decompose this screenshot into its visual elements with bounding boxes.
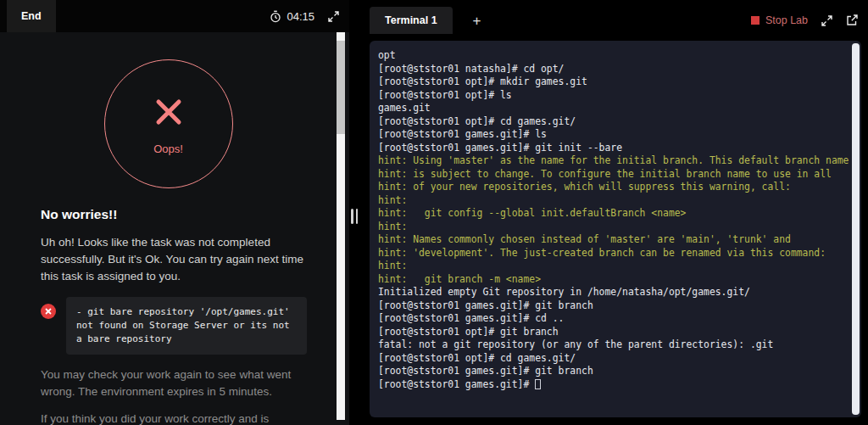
terminal-line: hint: 'development'. The just-created br… [378,247,849,260]
terminal-line: games.git [378,102,849,115]
terminal-line: hint: Names commonly chosen instead of '… [378,233,849,247]
open-in-new-window-button[interactable] [846,14,858,26]
terminal-line: [root@ststor01 natasha]# cd opt/ [378,63,849,76]
result-panel-header: End 04:15 [0,0,349,32]
oops-circle: Oops! [104,59,233,188]
expand-icon [328,11,339,22]
terminal-line: [root@ststor01 opt]# cd games.git/ [378,352,849,366]
stop-square-icon [751,16,760,25]
terminal-line: opt [378,49,849,63]
terminal-scrollbar[interactable] [852,43,860,415]
terminal-screen[interactable]: opt[root@ststor01 natasha]# cd opt/[root… [370,41,861,417]
x-icon [44,307,53,316]
tab-terminal-1[interactable]: Terminal 1 [370,7,453,34]
result-panel: End 04:15 Oops! No worries!! Uh oh! Look… [0,0,349,425]
timer-value: 04:15 [287,10,314,23]
terminal-line: [root@ststor01 games.git]# ls [378,128,849,142]
x-circle-icon [41,304,56,319]
terminal-line: [root@ststor01 opt]# git branch [378,326,849,339]
result-note-cutoff: If you think you did your work correctly… [41,411,307,425]
expand-icon [821,15,832,26]
stopwatch-icon [270,10,281,23]
terminal-line: [root@ststor01 opt]# ls [378,89,849,103]
terminal-line: hint: git config --global init.defaultBr… [378,207,849,221]
terminal-line: [root@ststor01 opt]# cd games.git/ [378,115,849,129]
terminal-line: [root@ststor01 games.git]# [378,378,849,392]
terminal-output: opt[root@ststor01 natasha]# cd opt/[root… [378,49,849,391]
x-icon [149,92,188,131]
terminal-line: fatal: not a git repository (or any of t… [378,338,849,352]
expand-terminal-button[interactable] [821,15,832,26]
terminal-actions: Stop Lab [751,14,858,26]
resize-handle-bar [351,209,353,224]
left-scrollbar-thumb[interactable] [337,41,345,134]
terminal-cursor [535,379,541,389]
terminal-line: [root@ststor01 games.git]# git init --ba… [378,142,849,155]
pane-resize-handle[interactable] [351,208,358,225]
terminal-line: hint: is subject to change. To configure… [378,168,849,182]
terminal-line: [root@ststor01 games.git]# cd .. [378,312,849,326]
terminal-line: hint: git branch -m <name> [378,273,849,287]
terminal-panel-header: Terminal 1 + Stop Lab [363,0,868,34]
oops-label: Oops! [153,143,183,155]
result-heading: No worries!! [41,207,349,222]
terminal-line: Initialized empty Git repository in /hom… [378,286,849,299]
error-detail: - git bare repository '/opt/games.git' n… [66,297,307,355]
terminal-line: hint: [378,194,849,208]
external-link-icon [846,14,858,26]
result-note: You may check your work again to see wha… [41,366,307,400]
terminal-line: [root@ststor01 games.git]# git branch [378,299,849,313]
stop-lab-button[interactable]: Stop Lab [751,14,808,26]
terminal-line: hint: [378,221,849,234]
end-button[interactable]: End [7,0,56,32]
result-message: Uh oh! Looks like the task was not compl… [41,234,307,285]
terminal-line: [root@ststor01 opt]# mkdir games.git [378,75,849,89]
error-row: - git bare repository '/opt/games.git' n… [41,297,319,355]
oops-circle-wrap: Oops! [0,59,337,188]
resize-handle-bar [356,209,359,224]
expand-panel-button[interactable] [328,11,339,22]
terminal-panel: Terminal 1 + Stop Lab opt[root@ststor01 … [363,0,868,425]
terminal-line: hint: Using 'master' as the name for the… [378,154,849,168]
terminal-line: hint: of your new repositories, which wi… [378,181,849,194]
terminal-line: hint: [378,260,849,273]
stop-lab-label: Stop Lab [765,14,808,26]
left-scrollbar[interactable] [337,32,345,420]
timer: 04:15 [270,10,314,23]
terminal-line: [root@ststor01 games.git]# git branch [378,365,849,378]
new-terminal-button[interactable]: + [473,14,481,28]
